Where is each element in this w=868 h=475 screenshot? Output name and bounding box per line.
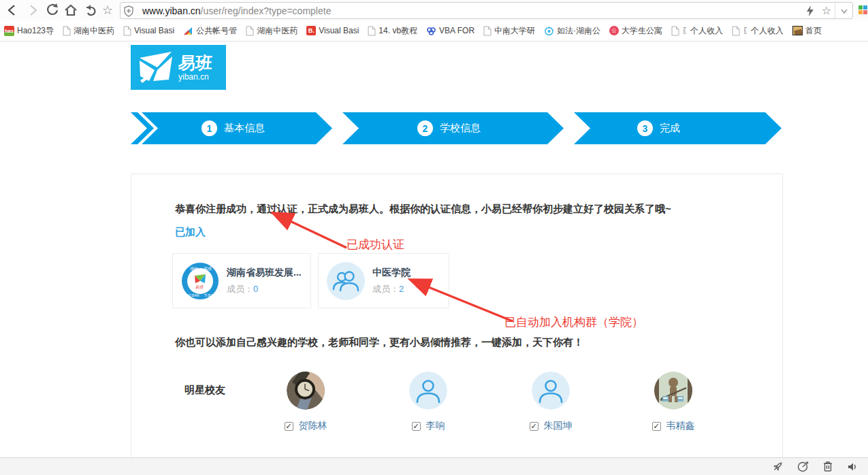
bookmark-rufa-hunan[interactable]: 如法·湖南公 bbox=[544, 25, 600, 37]
svg-text:易班: 易班 bbox=[195, 285, 204, 290]
yiban-envelope-icon bbox=[138, 50, 174, 84]
step-number: 2 bbox=[417, 120, 433, 136]
svg-text:易班: 易班 bbox=[204, 267, 212, 272]
group-name: 中医学院 bbox=[372, 267, 411, 279]
blue-dot-icon bbox=[544, 26, 554, 36]
bookmark-gonggong-zhanghao[interactable]: 公共帐号管 bbox=[183, 25, 237, 37]
alumni-name: 贺陈林 bbox=[299, 420, 327, 432]
page-viewport: 易班 yiban.cn 1 基本信息 2 学校信息 3 完成 恭喜你注册成功，通… bbox=[0, 42, 868, 457]
alumni-name: 李响 bbox=[426, 420, 445, 432]
home-button[interactable] bbox=[63, 3, 79, 18]
registration-steps: 1 基本信息 2 学校信息 3 完成 bbox=[131, 112, 784, 144]
address-bar[interactable]: www.yiban.cn/user/reg/index?type=complet… bbox=[120, 2, 853, 19]
bookmark-vb-jiaocheng[interactable]: 14. vb教程 bbox=[368, 25, 417, 37]
bookmark-star-icon[interactable]: ☆ bbox=[818, 3, 835, 18]
logo-subtitle: yiban.cn bbox=[178, 73, 212, 81]
yiban-logo[interactable]: 易班 yiban.cn bbox=[131, 45, 226, 90]
lightning-icon[interactable] bbox=[802, 3, 818, 18]
alumni-name: 朱国坤 bbox=[544, 420, 573, 432]
bookmark-daxuesheng-gongyu[interactable]: 公 大学生公寓 bbox=[609, 25, 662, 37]
forward-button[interactable] bbox=[25, 3, 41, 18]
group-members: 成员：0 bbox=[227, 283, 302, 295]
group-people-icon bbox=[327, 262, 365, 300]
bookmark-hunan-zhongyiyao-2[interactable]: 湖南中医药 bbox=[246, 25, 298, 37]
page-icon bbox=[368, 26, 376, 36]
alumni-name: 韦精鑫 bbox=[666, 420, 695, 432]
shield-icon bbox=[120, 3, 137, 18]
step-number: 1 bbox=[202, 120, 217, 136]
star-alumni-label: 明星校友 bbox=[184, 384, 225, 397]
refresh-icon bbox=[44, 3, 59, 18]
red-b-icon: B. bbox=[306, 26, 316, 35]
group-card-zhongyi-xueyuan[interactable]: 中医学院 成员：2 bbox=[318, 253, 449, 308]
avatar-person-icon bbox=[409, 372, 447, 410]
page-icon bbox=[732, 26, 740, 36]
bookmark-vba-for[interactable]: VBA FOR bbox=[426, 26, 475, 36]
step-label: 完成 bbox=[660, 122, 680, 135]
bookmark-visual-basic-1[interactable]: Visual Basi bbox=[123, 26, 174, 36]
svg-text:TI BAN: TI BAN bbox=[204, 293, 216, 297]
trash-icon[interactable] bbox=[822, 460, 834, 473]
bookmark-visual-basic-2[interactable]: B. Visual Basi bbox=[306, 26, 359, 35]
step-complete[interactable]: 3 完成 bbox=[637, 120, 680, 136]
bookmark-zhongnan-daxue[interactable]: 中南大学研 bbox=[483, 25, 535, 37]
alumni-checkbox[interactable]: ✓ bbox=[285, 422, 293, 431]
url-path: /user/reg/index?type=complete bbox=[201, 5, 332, 16]
alumni-item: ✓ 韦精鑫 bbox=[632, 372, 714, 432]
bookmark-hao123[interactable]: hao Hao123导 bbox=[4, 25, 54, 37]
alumni-checkbox[interactable]: ✓ bbox=[652, 422, 661, 431]
svg-text:湖南: 湖南 bbox=[190, 267, 198, 271]
rocket-boost-icon[interactable] bbox=[771, 460, 784, 473]
browser-toolbar: ☆ www.yiban.cn/user/reg/index?type=compl… bbox=[0, 0, 868, 20]
group-card-hunan-yiban[interactable]: 湖南 易班 YI BAN TI BAN 易班 湖南省易班发展... 成员：0 bbox=[172, 253, 311, 308]
svg-text:YI BAN: YI BAN bbox=[188, 293, 199, 297]
hao123-icon: hao bbox=[4, 26, 14, 36]
alumni-item: ✓ 朱国坤 bbox=[510, 372, 592, 432]
back-button[interactable] bbox=[4, 3, 20, 18]
bookmark-shouye[interactable]: 首页 bbox=[792, 25, 822, 37]
alumni-checkbox[interactable]: ✓ bbox=[412, 422, 421, 431]
page-icon bbox=[123, 26, 131, 36]
url-text: www.yiban.cn/user/reg/index?type=complet… bbox=[142, 5, 331, 16]
home-icon bbox=[63, 3, 78, 18]
colorful-triangle-icon bbox=[183, 26, 193, 36]
annotation-certified: 已成功认证 bbox=[347, 237, 404, 252]
favorite-button[interactable]: ☆ bbox=[99, 3, 116, 18]
member-count: 0 bbox=[253, 284, 258, 294]
apps-grid-icon[interactable] bbox=[858, 5, 867, 14]
step-school-info[interactable]: 2 学校信息 bbox=[417, 120, 481, 136]
annotation-auto-join: 已自动加入机构群（学院） bbox=[504, 314, 643, 330]
browser-status-bar bbox=[0, 457, 868, 475]
step-label: 基本信息 bbox=[224, 122, 265, 135]
bookmark-geren-shouru-1[interactable]: 〖个人收入 bbox=[671, 25, 723, 37]
joined-groups: 湖南 易班 YI BAN TI BAN 易班 湖南省易班发展... 成员：0 bbox=[172, 253, 449, 308]
undo-arrow-icon bbox=[82, 3, 97, 18]
bookmarks-bar: hao Hao123导 湖南中医药 Visual Basi 公共帐号管 湖南中医… bbox=[0, 20, 868, 42]
star-icon: ☆ bbox=[102, 4, 113, 16]
address-dropdown-button[interactable] bbox=[835, 3, 852, 18]
congrats-text: 恭喜你注册成功，通过认证，正式成为易班人。根据你的认证信息，小易已经帮你初步建立… bbox=[175, 203, 671, 216]
speaker-icon[interactable] bbox=[846, 461, 858, 473]
forward-icon bbox=[26, 3, 39, 17]
step-basic-info[interactable]: 1 基本信息 bbox=[202, 120, 265, 136]
logo-title: 易班 bbox=[178, 54, 213, 71]
suggest-text: 你也可以添加自己感兴趣的学校，老师和同学，更有小易倾情推荐，一键添加，天下你有！ bbox=[175, 336, 583, 349]
speed-accelerator-icon[interactable] bbox=[797, 460, 809, 473]
group-name: 湖南省易班发展... bbox=[227, 267, 302, 279]
group-members: 成员：2 bbox=[372, 283, 411, 295]
blue-circles-icon bbox=[426, 26, 436, 36]
page-icon bbox=[483, 26, 492, 36]
avatar-watch-photo bbox=[287, 372, 325, 410]
alumni-checkbox[interactable]: ✓ bbox=[530, 422, 539, 431]
undo-button[interactable] bbox=[82, 3, 98, 18]
red-circle-icon: 公 bbox=[609, 26, 619, 35]
joined-section-label: 已加入 bbox=[175, 226, 206, 239]
thumbnail-icon bbox=[792, 26, 803, 35]
url-domain: www.yiban.cn bbox=[142, 5, 201, 16]
page-icon bbox=[63, 26, 71, 36]
refresh-button[interactable] bbox=[44, 3, 60, 18]
bookmark-hunan-zhongyiyao-1[interactable]: 湖南中医药 bbox=[63, 25, 114, 37]
alumni-item: ✓ 李响 bbox=[387, 372, 469, 432]
bookmark-geren-shouru-2[interactable]: 〖个人收入 bbox=[732, 25, 784, 37]
page-icon bbox=[246, 26, 254, 36]
